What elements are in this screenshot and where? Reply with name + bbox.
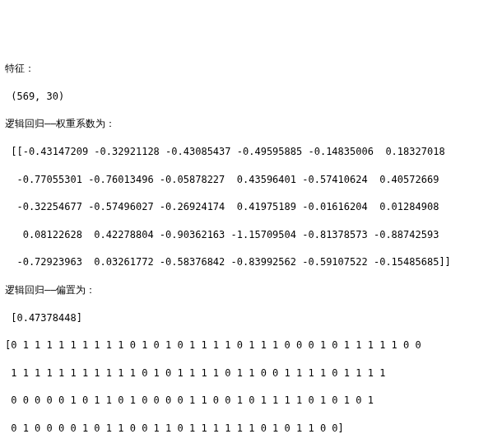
weights-row: -0.77055301 -0.76013496 -0.05878227 0.43…: [5, 173, 497, 187]
weights-row: -0.32254677 -0.57496027 -0.26924174 0.41…: [5, 200, 497, 214]
features-shape: (569, 30): [5, 90, 497, 104]
binary-row: 0 1 0 0 0 0 1 0 1 1 0 0 1 1 0 1 1 1 1 1 …: [5, 422, 497, 436]
binary-row: 0 0 0 0 0 1 0 1 1 0 1 0 0 0 0 1 1 0 0 1 …: [5, 394, 497, 408]
bias-label: 逻辑回归——偏置为：: [5, 283, 497, 297]
weights-label: 逻辑回归——权重系数为：: [5, 117, 497, 131]
binary-row: [0 1 1 1 1 1 1 1 1 1 0 1 0 1 0 1 1 1 1 0…: [5, 338, 497, 352]
binary-row: 1 1 1 1 1 1 1 1 1 1 1 0 1 0 1 1 1 1 0 1 …: [5, 366, 497, 380]
bias-value: [0.47378448]: [5, 311, 497, 325]
weights-row: -0.72923963 0.03261772 -0.58376842 -0.83…: [5, 255, 497, 269]
weights-row: 0.08122628 0.42278804 -0.90362163 -1.157…: [5, 228, 497, 242]
features-label: 特征：: [5, 62, 497, 76]
weights-row: [[-0.43147209 -0.32921128 -0.43085437 -0…: [5, 145, 497, 159]
